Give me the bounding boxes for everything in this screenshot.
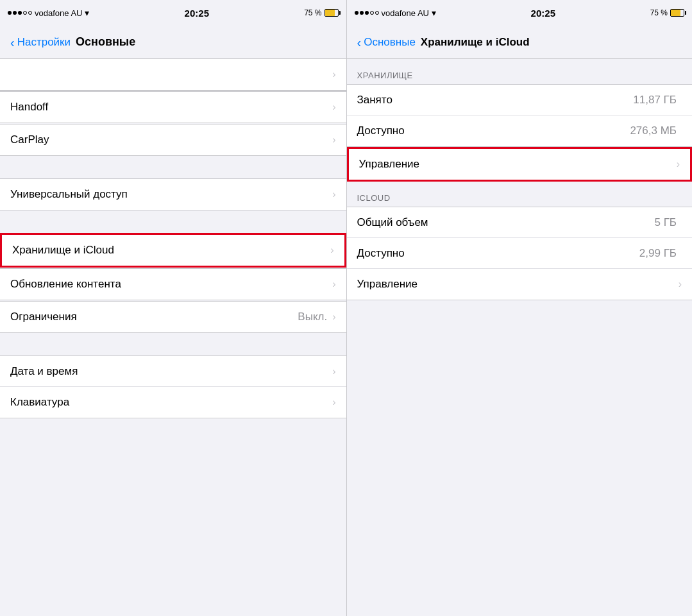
carrier-label-right: vodafone AU xyxy=(382,8,429,18)
list-item[interactable]: › xyxy=(0,59,346,90)
restrictions-item[interactable]: Ограничения Выкл. › xyxy=(0,302,346,332)
restrictions-group: Ограничения Выкл. › xyxy=(0,301,346,333)
status-bar-left: vodafone AU ▾ 20:25 75 % xyxy=(0,0,346,26)
storage-manage-label: Управление xyxy=(359,158,677,171)
carplay-group: CarPlay › xyxy=(0,124,346,156)
storage-items-group: Занято 11,87 ГБ Доступно 276,3 МБ xyxy=(347,84,693,147)
datetime-chevron-icon: › xyxy=(332,366,335,377)
storage-section-header: ХРАНИЛИЩЕ xyxy=(347,59,693,84)
storage-manage-chevron-icon: › xyxy=(677,158,680,170)
storage-occupied-value: 11,87 ГБ xyxy=(633,94,677,107)
page-title-right: Хранилище и iCloud xyxy=(421,36,530,49)
keyboard-label: Клавиатура xyxy=(10,396,332,409)
back-label-right: Основные xyxy=(364,36,416,49)
handoff-chevron-icon: › xyxy=(332,101,335,113)
signal-icon-right xyxy=(355,11,379,15)
storage-occupied-label: Занято xyxy=(357,94,634,107)
page-title-left: Основные xyxy=(76,35,135,49)
content-update-label: Обновление контента xyxy=(10,278,332,291)
keyboard-chevron-icon: › xyxy=(332,397,335,408)
icloud-manage-item[interactable]: Управление › xyxy=(347,269,693,300)
carrier-label: vodafone AU xyxy=(35,8,82,18)
content-update-chevron-icon: › xyxy=(332,278,335,290)
carplay-chevron-icon: › xyxy=(332,134,335,146)
icloud-total-item: Общий объем 5 ГБ xyxy=(347,207,693,238)
universal-access-group: Универсальный доступ › xyxy=(0,178,346,210)
content-update-group: Обновление контента › xyxy=(0,268,346,300)
status-left-right: vodafone AU ▾ xyxy=(355,8,436,18)
status-right-right: 75 % xyxy=(650,8,684,17)
icloud-manage-label: Управление xyxy=(357,278,679,291)
storage-manage-item[interactable]: Управление › xyxy=(349,149,691,180)
icloud-available-item: Доступно 2,99 ГБ xyxy=(347,238,693,269)
handoff-label: Handoff xyxy=(10,101,332,114)
storage-manage-highlighted: Управление › xyxy=(347,147,693,182)
carplay-item[interactable]: CarPlay › xyxy=(0,124,346,155)
chevron-icon: › xyxy=(332,69,335,80)
back-chevron-icon-right: ‹ xyxy=(357,36,362,49)
right-content: ХРАНИЛИЩЕ Занято 11,87 ГБ Доступно 276,3… xyxy=(347,59,693,616)
battery-percent-right: 75 % xyxy=(650,8,668,17)
wifi-icon-right: ▾ xyxy=(432,8,436,18)
datetime-label: Дата и время xyxy=(10,365,332,378)
icloud-available-value: 2,99 ГБ xyxy=(639,247,677,260)
universal-access-label: Универсальный доступ xyxy=(10,188,332,201)
back-button-right[interactable]: ‹ Основные xyxy=(357,36,416,49)
left-content: › Handoff › CarPlay › Универсальный дост… xyxy=(0,59,346,616)
status-bar-right: vodafone AU ▾ 20:25 75 % xyxy=(347,0,693,26)
right-panel: vodafone AU ▾ 20:25 75 % ‹ Основные Хран… xyxy=(346,0,693,616)
back-button-left[interactable]: ‹ Настройки xyxy=(10,36,71,49)
signal-icon xyxy=(8,11,32,15)
restrictions-label: Ограничения xyxy=(10,311,298,323)
icloud-manage-chevron-icon: › xyxy=(679,278,682,290)
icloud-section-header: ICLOUD xyxy=(347,182,693,207)
storage-occupied-item: Занято 11,87 ГБ xyxy=(347,85,693,116)
storage-icloud-chevron-icon: › xyxy=(330,244,333,256)
icloud-items-group: Общий объем 5 ГБ Доступно 2,99 ГБ Управл… xyxy=(347,207,693,300)
wifi-icon: ▾ xyxy=(85,8,89,18)
icloud-total-value: 5 ГБ xyxy=(654,216,677,229)
storage-available-value: 276,3 МБ xyxy=(630,124,677,137)
handoff-group: Handoff › xyxy=(0,91,346,123)
icloud-total-label: Общий объем xyxy=(357,216,655,229)
icloud-available-label: Доступно xyxy=(357,247,639,260)
time-label: 20:25 xyxy=(185,8,209,19)
status-right: 75 % xyxy=(304,8,338,17)
carplay-label: CarPlay xyxy=(10,133,332,146)
storage-icloud-label: Хранилище и iCloud xyxy=(12,244,330,257)
keyboard-item[interactable]: Клавиатура › xyxy=(0,387,346,418)
storage-available-label: Доступно xyxy=(357,124,630,137)
nav-bar-right: ‹ Основные Хранилище и iCloud xyxy=(347,26,693,59)
restrictions-value: Выкл. xyxy=(298,311,327,323)
battery-icon xyxy=(325,9,339,17)
status-left: vodafone AU ▾ xyxy=(8,8,89,18)
storage-icloud-item[interactable]: Хранилище и iCloud › xyxy=(2,235,344,266)
top-partial-group: › xyxy=(0,59,346,90)
storage-available-item: Доступно 276,3 МБ xyxy=(347,116,693,146)
storage-icloud-highlighted-container: Хранилище и iCloud › xyxy=(0,233,346,268)
left-panel: vodafone AU ▾ 20:25 75 % ‹ Настройки Осн… xyxy=(0,0,346,616)
storage-section: ХРАНИЛИЩЕ Занято 11,87 ГБ Доступно 276,3… xyxy=(347,59,693,182)
icloud-section: ICLOUD Общий объем 5 ГБ Доступно 2,99 ГБ… xyxy=(347,182,693,300)
restrictions-chevron-icon: › xyxy=(332,311,335,323)
content-update-item[interactable]: Обновление контента › xyxy=(0,269,346,300)
time-label-right: 20:25 xyxy=(531,8,555,19)
nav-bar-left: ‹ Настройки Основные xyxy=(0,26,346,59)
back-label-left: Настройки xyxy=(17,36,71,49)
datetime-item[interactable]: Дата и время › xyxy=(0,356,346,387)
battery-percent: 75 % xyxy=(304,8,321,17)
back-chevron-icon: ‹ xyxy=(10,36,15,49)
battery-icon-right xyxy=(670,9,684,17)
universal-access-chevron-icon: › xyxy=(332,189,335,200)
universal-access-item[interactable]: Универсальный доступ › xyxy=(0,179,346,210)
datetime-keyboard-group: Дата и время › Клавиатура › xyxy=(0,355,346,418)
handoff-item[interactable]: Handoff › xyxy=(0,92,346,123)
